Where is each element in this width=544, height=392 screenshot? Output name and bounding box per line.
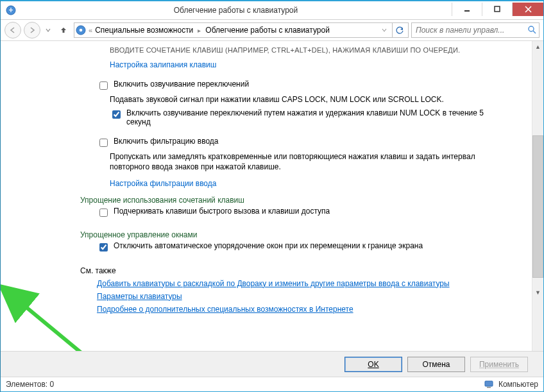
svg-rect-3	[464, 10, 470, 12]
search-input[interactable]	[414, 25, 527, 35]
svg-point-9	[529, 26, 534, 31]
cancel-button[interactable]: Отмена	[407, 357, 465, 372]
label-underline-keys: Подчеркивать клавиши быстрого вызова и к…	[114, 207, 330, 216]
link-filter-keys-settings[interactable]: Настройка фильтрации ввода	[110, 179, 216, 188]
address-bar[interactable]: « Специальные возможности ▸ Облегчение р…	[74, 22, 409, 38]
desc-filter-keys: Пропускать или замедлять кратковременные…	[110, 151, 482, 172]
desc-toggle-keys: Подавать звуковой сигнал при нажатии кла…	[110, 94, 520, 105]
heading-window-management: Упрощенное управление окнами	[80, 230, 520, 239]
vertical-scrollbar[interactable]: ▲ ▼	[532, 41, 543, 391]
checkbox-toggle-keys-numlock[interactable]	[112, 110, 121, 119]
link-keyboard-settings[interactable]: Параметры клавиатуры	[97, 292, 182, 301]
svg-rect-12	[485, 381, 493, 386]
scroll-up-arrow[interactable]: ▲	[532, 41, 543, 52]
up-button[interactable]	[56, 22, 71, 38]
heading-shortcut-ease: Упрощение использования сочетаний клавиш	[80, 196, 520, 205]
status-bar: Элементов: 0 Компьютер	[1, 377, 543, 391]
apply-button: Применить	[470, 357, 528, 372]
label-filter-keys: Включить фильтрацию ввода	[114, 137, 219, 146]
chevron-left-icon: «	[89, 26, 92, 34]
scroll-thumb[interactable]	[532, 135, 543, 278]
dialog-button-row: OK Отмена Применить	[1, 351, 543, 377]
checkbox-underline-keys[interactable]	[99, 209, 108, 217]
heading-see-also: См. также	[80, 266, 520, 275]
chevron-right-icon: ▸	[196, 27, 203, 34]
checkbox-filter-keys[interactable]	[99, 139, 108, 147]
close-button[interactable]	[512, 3, 543, 16]
window-title: Облегчение работы с клавиатурой	[20, 6, 452, 15]
truncated-line: ВВОДИТЕ СОЧЕТАНИЕ КЛАВИШ (НАПРИМЕР, CTRL…	[110, 46, 520, 54]
svg-line-6	[525, 6, 531, 12]
svg-rect-2	[10, 8, 11, 12]
ok-button[interactable]: OK	[344, 357, 402, 372]
back-button[interactable]	[4, 22, 21, 38]
search-icon[interactable]	[527, 25, 536, 36]
nav-bar: « Специальные возможности ▸ Облегчение р…	[1, 20, 543, 41]
address-dropdown[interactable]	[379, 25, 389, 35]
breadcrumb-level2[interactable]: Облегчение работы с клавиатурой	[205, 26, 330, 35]
svg-line-10	[533, 31, 536, 33]
checkbox-toggle-keys[interactable]	[99, 81, 108, 90]
scroll-down-arrow[interactable]: ▼	[532, 287, 543, 298]
checkbox-disable-snap[interactable]	[99, 243, 108, 251]
link-dvorak[interactable]: Добавить клавиатуры с раскладкой по Двор…	[97, 279, 450, 288]
label-disable-snap: Отключить автоматическое упорядочение ок…	[114, 241, 423, 250]
minimize-button[interactable]	[452, 3, 482, 16]
refresh-button[interactable]	[392, 23, 407, 37]
control-panel-small-icon	[76, 25, 86, 35]
content-area: ВВОДИТЕ СОЧЕТАНИЕ КЛАВИШ (НАПРИМЕР, CTRL…	[1, 41, 543, 391]
settings-panel: ВВОДИТЕ СОЧЕТАНИЕ КЛАВИШ (НАПРИМЕР, CTRL…	[1, 41, 532, 320]
label-toggle-keys: Включить озвучивание переключений	[114, 80, 249, 89]
link-learn-more-online[interactable]: Подробнее о дополнительных специальных в…	[97, 305, 353, 314]
svg-line-5	[525, 6, 531, 12]
breadcrumb-level1[interactable]: Специальные возможности	[95, 26, 193, 35]
status-item-count: Элементов: 0	[6, 380, 54, 389]
title-bar: Облегчение работы с клавиатурой	[1, 1, 543, 20]
search-box[interactable]	[411, 22, 540, 38]
label-toggle-keys-numlock: Включить озвучивание переключений путем …	[126, 108, 486, 126]
svg-point-8	[80, 29, 83, 32]
maximize-button[interactable]	[482, 3, 512, 16]
forward-button[interactable]	[24, 22, 40, 38]
svg-rect-4	[495, 6, 500, 12]
status-location: Компьютер	[498, 380, 538, 389]
computer-icon	[484, 380, 495, 388]
link-sticky-keys-settings[interactable]: Настройка залипания клавиш	[110, 60, 216, 69]
svg-rect-13	[487, 387, 491, 388]
history-dropdown[interactable]	[43, 24, 53, 37]
control-panel-icon	[6, 5, 16, 15]
